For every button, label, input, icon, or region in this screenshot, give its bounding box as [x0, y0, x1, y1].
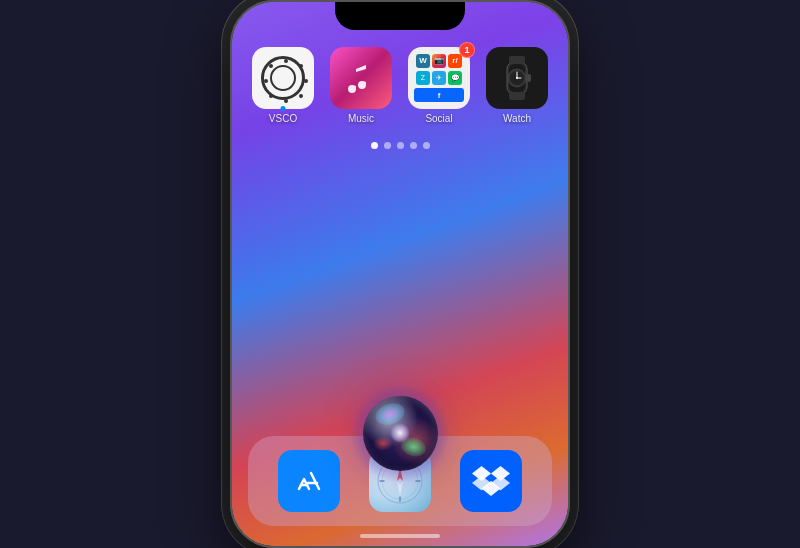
- home-grid: VSCO Music: [232, 47, 568, 155]
- svg-rect-12: [527, 74, 531, 82]
- siri-orb-container[interactable]: [355, 388, 445, 478]
- social-mini-reddit: r/: [448, 54, 462, 68]
- appstore-icon[interactable]: [278, 450, 340, 512]
- social-badge: 1: [459, 42, 475, 58]
- svg-point-7: [299, 94, 303, 98]
- volume-down-button: [230, 194, 232, 244]
- volume-up-button: [230, 134, 232, 184]
- music-note-svg: [344, 61, 378, 95]
- svg-point-5: [299, 64, 303, 68]
- svg-point-0: [284, 59, 288, 63]
- social-label: Social: [425, 113, 452, 124]
- page-dot-1: [371, 142, 378, 149]
- page-dots: [371, 142, 430, 149]
- social-mini-instagram: 📷: [432, 54, 446, 68]
- app-icon-wrapper-watch[interactable]: Watch: [486, 47, 548, 124]
- music-label: Music: [348, 113, 374, 124]
- vsco-icon[interactable]: [252, 47, 314, 109]
- svg-rect-14: [509, 92, 525, 100]
- vsco-circle-outer: [261, 56, 305, 100]
- siri-center-glow: [390, 423, 410, 443]
- appstore-svg: [291, 463, 327, 499]
- page-dot-5: [423, 142, 430, 149]
- app-icon-wrapper-music[interactable]: Music: [330, 47, 392, 124]
- watch-icon[interactable]: [486, 47, 548, 109]
- vsco-indicator-dot: [281, 106, 286, 111]
- svg-marker-21: [397, 481, 403, 496]
- svg-point-2: [264, 79, 268, 83]
- power-button: [568, 122, 570, 182]
- siri-red-highlight: [373, 436, 393, 451]
- page-dot-2: [384, 142, 391, 149]
- dropbox-icon[interactable]: [460, 450, 522, 512]
- notch: [335, 2, 465, 30]
- app-row-1: VSCO Music: [252, 47, 548, 124]
- social-mini-telegram: ✈: [432, 71, 446, 85]
- app-icon-wrapper-social[interactable]: W 📷 r/ Z ✈: [408, 47, 470, 124]
- dock-item-dropbox[interactable]: [460, 450, 522, 512]
- svg-point-17: [516, 77, 518, 79]
- social-icon[interactable]: W 📷 r/ Z ✈: [408, 47, 470, 109]
- siri-orb[interactable]: [363, 396, 438, 471]
- vsco-gear-svg: [262, 57, 310, 105]
- mute-switch: [230, 92, 232, 122]
- watch-face-svg: [498, 56, 536, 100]
- social-mini-facebook: f: [414, 88, 464, 102]
- phone-container: VSCO Music: [210, 0, 590, 548]
- social-mini-zoom: Z: [416, 71, 430, 85]
- svg-point-6: [269, 94, 273, 98]
- svg-rect-13: [509, 56, 525, 64]
- svg-point-3: [304, 79, 308, 83]
- dock-item-appstore[interactable]: [278, 450, 340, 512]
- svg-point-4: [269, 64, 273, 68]
- home-indicator: [360, 534, 440, 538]
- music-icon[interactable]: [330, 47, 392, 109]
- iphone-screen: VSCO Music: [232, 2, 568, 546]
- svg-point-1: [284, 99, 288, 103]
- dropbox-svg: [472, 464, 510, 498]
- page-dot-4: [410, 142, 417, 149]
- social-mini-wordpress: W: [416, 54, 430, 68]
- vsco-label: VSCO: [269, 113, 297, 124]
- page-dot-3: [397, 142, 404, 149]
- iphone-frame: VSCO Music: [230, 0, 570, 548]
- social-mini-wechat: 💬: [448, 71, 462, 85]
- app-icon-wrapper-vsco[interactable]: VSCO: [252, 47, 314, 124]
- watch-label: Watch: [503, 113, 531, 124]
